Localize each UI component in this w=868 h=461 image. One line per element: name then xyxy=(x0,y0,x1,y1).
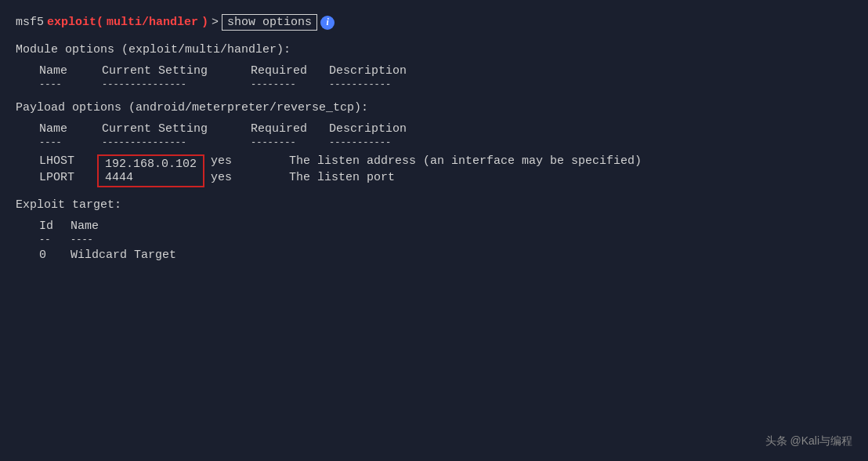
module-options-columns: Name Current Setting Required Descriptio… xyxy=(39,64,852,78)
required-values: yes yes xyxy=(211,154,281,187)
highlighted-values-box: 192.168.0.102 4444 xyxy=(97,154,204,187)
col-desc-label: Description xyxy=(329,64,852,78)
payload-ul-name: ---- xyxy=(39,137,102,148)
exploit-target-header: Exploit target: xyxy=(16,198,852,212)
payload-ul-desc: ----------- xyxy=(329,137,852,148)
payload-ul-current: --------------- xyxy=(102,137,251,148)
ul-current: --------------- xyxy=(102,79,251,90)
info-icon: i xyxy=(320,16,335,30)
exploit-name-0: Wildcard Target xyxy=(71,249,176,262)
lport-value: 4444 xyxy=(105,171,197,184)
module-options-header: Module options (exploit/multi/handler): xyxy=(16,43,852,56)
prompt-command: show options xyxy=(222,14,317,31)
payload-options-columns: Name Current Setting Required Descriptio… xyxy=(39,122,852,136)
col-required-label: Required xyxy=(251,64,329,78)
exploit-col-name-label: Name xyxy=(71,220,99,233)
lhost-lport-names: LHOST LPORT xyxy=(39,154,97,187)
description-values: The listen address (an interface may be … xyxy=(289,154,642,187)
prompt-arrow: > xyxy=(212,16,219,29)
watermark: 头条 @Kali与编程 xyxy=(765,434,852,448)
prompt-exploit-keyword: exploit( xyxy=(47,16,103,29)
col-current-label: Current Setting xyxy=(102,64,251,78)
exploit-target-underlines: -- ---- xyxy=(39,234,852,245)
ul-required: -------- xyxy=(251,79,329,90)
terminal: msf5 exploit( multi/handler ) > show opt… xyxy=(0,0,868,461)
exploit-target-row-0: 0 Wildcard Target xyxy=(39,249,852,262)
module-options-underlines: ---- --------------- -------- ----------… xyxy=(39,79,852,90)
watermark-text: 头条 @Kali与编程 xyxy=(765,434,852,447)
exploit-col-id-label: Id xyxy=(39,220,71,233)
prompt-exploit-name: multi/handler xyxy=(107,16,198,29)
prompt-exploit-suffix: ) xyxy=(201,16,208,29)
payload-col-required-label: Required xyxy=(251,122,329,136)
exploit-ul-id: -- xyxy=(39,234,71,245)
lport-required: yes xyxy=(211,171,281,184)
exploit-target-columns: Id Name xyxy=(39,220,852,233)
ul-desc: ----------- xyxy=(329,79,852,90)
payload-options-underlines: ---- --------------- -------- ----------… xyxy=(39,137,852,148)
payload-col-name-label: Name xyxy=(39,122,102,136)
exploit-ul-name: ---- xyxy=(71,234,93,245)
lhost-value: 192.168.0.102 xyxy=(105,158,197,171)
col-name-label: Name xyxy=(39,64,102,78)
lport-name: LPORT xyxy=(39,171,97,184)
lhost-name: LHOST xyxy=(39,154,97,168)
payload-options-table: Name Current Setting Required Descriptio… xyxy=(39,122,852,187)
payload-options-header: Payload options (android/meterpreter/rev… xyxy=(16,101,852,114)
payload-ul-required: -------- xyxy=(251,137,329,148)
payload-col-desc-label: Description xyxy=(329,122,852,136)
payload-options-section: Payload options (android/meterpreter/rev… xyxy=(16,101,852,187)
ul-name: ---- xyxy=(39,79,102,90)
exploit-target-section: Exploit target: Id Name -- ---- 0 Wildca… xyxy=(16,198,852,262)
prompt-line: msf5 exploit( multi/handler ) > show opt… xyxy=(16,14,852,31)
prompt-msf: msf5 xyxy=(16,16,44,29)
lhost-desc: The listen address (an interface may be … xyxy=(289,154,642,168)
lport-desc: The listen port xyxy=(289,171,642,184)
payload-col-current-label: Current Setting xyxy=(102,122,251,136)
exploit-id-0: 0 xyxy=(39,249,71,262)
module-options-section: Module options (exploit/multi/handler): … xyxy=(16,43,852,90)
payload-data-rows: LHOST LPORT 192.168.0.102 4444 yes yes T… xyxy=(39,154,852,187)
module-options-table: Name Current Setting Required Descriptio… xyxy=(39,64,852,90)
lhost-required: yes xyxy=(211,154,281,168)
